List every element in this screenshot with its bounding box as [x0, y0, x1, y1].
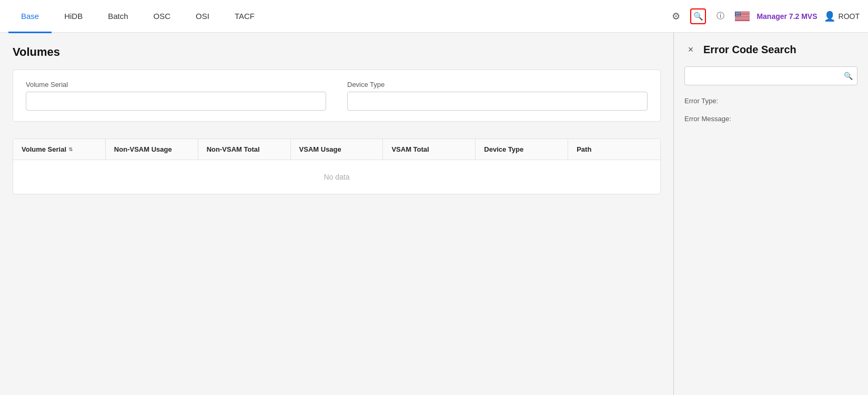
svg-point-49 [738, 15, 738, 16]
help-icon: ⓘ [716, 11, 724, 21]
volume-serial-field: Volume Serial [26, 81, 326, 111]
svg-point-50 [738, 15, 739, 16]
svg-rect-12 [735, 20, 750, 21]
error-code-icon: 🔍 [693, 12, 703, 21]
svg-point-19 [740, 12, 741, 12]
panel-close-button[interactable]: × [684, 43, 697, 56]
svg-point-48 [736, 15, 737, 16]
table-card: Volume Serial ⇅Non-VSAM UsageNon-VSAM To… [13, 139, 661, 194]
help-icon-button[interactable]: ⓘ [712, 8, 728, 24]
page-title: Volumes [13, 45, 661, 59]
svg-point-41 [740, 14, 741, 15]
nav-tab-hidb[interactable]: HiDB [52, 1, 95, 33]
svg-point-14 [735, 12, 736, 12]
error-code-search-box[interactable]: 🔍 [684, 66, 857, 85]
table-header-non_vsam_usage: Non-VSAM Usage [106, 139, 198, 160]
top-navigation: BaseHiDBBatchOSCOSITACF ⚙ 🔍 ⓘ [0, 0, 868, 33]
nav-tab-osi[interactable]: OSI [183, 1, 222, 33]
device-type-field: Device Type [347, 81, 648, 111]
svg-point-25 [735, 13, 736, 14]
device-type-label: Device Type [347, 81, 648, 88]
svg-point-42 [736, 15, 736, 15]
svg-point-20 [736, 12, 736, 13]
svg-point-35 [740, 14, 740, 14]
user-section[interactable]: 👤 ROOT [824, 11, 860, 22]
panel-title: Error Code Search [703, 44, 796, 56]
svg-point-40 [739, 14, 740, 15]
svg-point-52 [740, 15, 741, 16]
device-type-input[interactable] [347, 92, 648, 111]
svg-point-24 [740, 12, 740, 13]
svg-point-18 [739, 12, 740, 12]
error-code-search-input[interactable] [689, 72, 844, 80]
gear-icon: ⚙ [672, 11, 680, 22]
nav-tabs-container: BaseHiDBBatchOSCOSITACF [8, 0, 668, 33]
main-layout: Volumes Volume Serial Device Type Volume… [0, 33, 868, 395]
volume-serial-label: Volume Serial [26, 81, 326, 88]
table-header-non_vsam_total: Non-VSAM Total [198, 139, 291, 160]
svg-point-39 [738, 14, 739, 15]
table-header-vsam_total: VSAM Total [383, 139, 476, 160]
nav-tab-base[interactable]: Base [8, 1, 52, 33]
svg-point-29 [739, 13, 740, 14]
svg-point-37 [736, 14, 737, 15]
filter-card: Volume Serial Device Type [13, 70, 661, 122]
error-type-label: Error Type: [684, 97, 718, 105]
panel-header: × Error Code Search [684, 43, 857, 56]
svg-point-30 [740, 13, 741, 14]
right-panel: × Error Code Search 🔍 Error Type: Error … [673, 33, 868, 395]
svg-point-33 [738, 14, 739, 14]
gear-icon-button[interactable]: ⚙ [668, 8, 684, 24]
no-data-label: No data [324, 173, 349, 181]
table-body: No data [13, 160, 660, 194]
nav-tab-osc[interactable]: OSC [141, 1, 184, 33]
svg-point-26 [736, 13, 737, 14]
svg-rect-10 [735, 18, 750, 19]
user-icon: 👤 [824, 11, 835, 22]
svg-point-15 [736, 12, 737, 12]
table-header-row: Volume Serial ⇅Non-VSAM UsageNon-VSAM To… [13, 139, 660, 160]
svg-rect-8 [735, 17, 750, 18]
svg-point-32 [737, 14, 738, 14]
svg-point-38 [738, 14, 738, 15]
nav-right-section: ⚙ 🔍 ⓘ [668, 8, 860, 24]
svg-point-34 [739, 14, 739, 14]
svg-point-27 [738, 13, 738, 14]
svg-point-51 [739, 15, 740, 16]
svg-point-47 [735, 15, 736, 16]
table-header-path: Path [568, 139, 660, 160]
svg-point-44 [738, 15, 739, 15]
manager-label[interactable]: Manager 7.2 MVS [756, 12, 817, 21]
table-header-volume_serial[interactable]: Volume Serial ⇅ [13, 139, 106, 160]
svg-point-46 [740, 15, 740, 15]
svg-point-28 [738, 13, 739, 14]
search-icon: 🔍 [844, 72, 853, 80]
error-message-label: Error Message: [684, 115, 731, 123]
error-message-field: Error Message: [684, 114, 857, 123]
volume-serial-input[interactable] [26, 92, 326, 111]
nav-tab-batch[interactable]: Batch [95, 1, 140, 33]
svg-point-22 [738, 12, 739, 13]
us-flag-icon [735, 12, 750, 21]
table-header-vsam_usage: VSAM Usage [291, 139, 383, 160]
filter-row: Volume Serial Device Type [26, 81, 648, 111]
user-label: ROOT [839, 12, 860, 21]
svg-point-43 [737, 15, 738, 15]
svg-point-21 [737, 12, 738, 13]
svg-point-17 [738, 12, 739, 12]
content-area: Volumes Volume Serial Device Type Volume… [0, 33, 673, 395]
svg-rect-9 [735, 18, 750, 18]
svg-rect-11 [735, 19, 750, 20]
error-type-field: Error Type: [684, 96, 857, 105]
svg-point-23 [739, 12, 739, 13]
svg-point-36 [735, 14, 736, 15]
svg-rect-7 [735, 16, 750, 17]
svg-point-16 [738, 12, 738, 12]
nav-tab-tacf[interactable]: TACF [222, 1, 267, 33]
sort-icon-volume_serial[interactable]: ⇅ [68, 146, 73, 152]
language-flag-button[interactable] [734, 11, 750, 22]
svg-point-31 [736, 14, 736, 14]
error-code-icon-button[interactable]: 🔍 [690, 8, 706, 24]
svg-point-45 [739, 15, 739, 15]
table-header-device_type: Device Type [476, 139, 568, 160]
